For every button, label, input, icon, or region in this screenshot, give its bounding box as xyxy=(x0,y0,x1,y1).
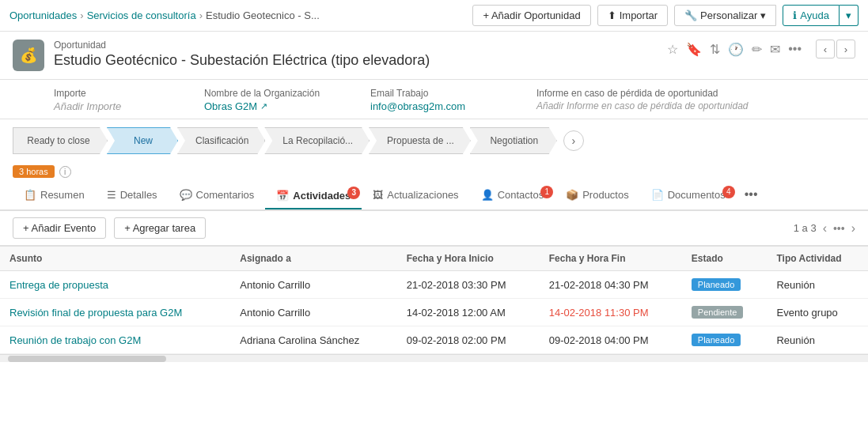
row3-estado-badge: Planeado xyxy=(692,334,741,346)
help-button[interactable]: ℹ Ayuda xyxy=(783,5,840,26)
row2-asunto: Revisión final de propuesta para G2M xyxy=(0,299,230,326)
productos-icon: 📦 xyxy=(566,189,578,201)
row1-asunto: Entrega de propuesta xyxy=(0,271,230,299)
tab-detalles[interactable]: ☰ Detalles xyxy=(96,183,169,209)
share-icon[interactable]: ⇅ xyxy=(710,42,720,57)
field-email-value[interactable]: info@obrasg2m.com xyxy=(370,100,513,112)
row2-fecha-fin: 14-02-2018 11:30 PM xyxy=(540,299,682,326)
chevron-down-icon-help: ▾ xyxy=(846,9,851,21)
bottom-scrollbar[interactable] xyxy=(0,354,868,362)
bookmark-icon[interactable]: 🔖 xyxy=(686,42,702,57)
stage-negotiation[interactable]: Negotiation xyxy=(470,127,557,154)
clock-icon[interactable]: 🕐 xyxy=(728,42,744,57)
row2-estado: Pendiente xyxy=(682,299,768,326)
row3-asunto-link[interactable]: Reunión de trabajo con G2M xyxy=(9,334,141,346)
row1-estado: Planeado xyxy=(682,271,768,299)
page-dots[interactable]: ••• xyxy=(833,222,845,235)
field-importe: Importe Añadir Importe xyxy=(54,88,180,112)
next-record-button[interactable]: › xyxy=(836,40,855,58)
import-button[interactable]: ⬆ Importar xyxy=(597,5,668,26)
tab-actualizaciones[interactable]: 🖼 Actualizaciones xyxy=(362,183,469,209)
resumen-icon: 📋 xyxy=(24,189,36,201)
record-icon: 💰 xyxy=(13,40,44,71)
field-info-value[interactable]: Añadir Informe en caso de pérdida de opo… xyxy=(536,100,749,111)
row2-estado-badge: Pendiente xyxy=(692,306,744,319)
star-icon[interactable]: ☆ xyxy=(667,42,678,57)
breadcrumb-root[interactable]: Oportunidades xyxy=(9,9,77,21)
table-row: Revisión final de propuesta para G2M Ant… xyxy=(0,299,868,326)
comentarios-icon: 💬 xyxy=(180,189,192,201)
actualizaciones-icon: 🖼 xyxy=(373,189,383,201)
timer-info-icon[interactable]: i xyxy=(59,166,71,178)
row3-estado: Planeado xyxy=(682,326,768,354)
field-organizacion: Nombre de la Organización Obras G2M ↗ xyxy=(204,88,347,112)
tab-resumen[interactable]: 📋 Resumen xyxy=(13,183,96,209)
row2-asunto-link[interactable]: Revisión final de propuesta para G2M xyxy=(9,307,182,319)
field-org-value[interactable]: Obras G2M xyxy=(204,100,257,112)
pagination-text: 1 a 3 xyxy=(794,222,817,234)
help-icon: ℹ xyxy=(793,9,797,21)
col-tipo: Tipo Actividad xyxy=(767,247,868,271)
external-link-icon[interactable]: ↗ xyxy=(260,101,267,111)
documentos-badge: 4 xyxy=(722,186,735,198)
add-task-button[interactable]: + Agregar tarea xyxy=(114,217,206,239)
field-email: Email Trabajo info@obrasg2m.com xyxy=(370,88,513,112)
prev-record-button[interactable]: ‹ xyxy=(816,40,835,58)
email-icon[interactable]: ✉ xyxy=(770,42,780,57)
table-row: Reunión de trabajo con G2M Adriana Carol… xyxy=(0,326,868,354)
activities-table: Asunto Asignado a Fecha y Hora Inicio Fe… xyxy=(0,246,868,354)
scrollbar-thumb[interactable] xyxy=(8,356,166,362)
tab-contactos[interactable]: 👤 Contactos 1 xyxy=(470,183,555,209)
row3-asignado: Adriana Carolina Sánchez xyxy=(230,326,396,354)
field-importe-label: Importe xyxy=(54,88,180,99)
row1-tipo: Reunión xyxy=(767,271,868,299)
col-fecha-fin: Fecha y Hora Fin xyxy=(540,247,682,271)
pagination-info: 1 a 3 ‹ ••• › xyxy=(794,221,855,236)
row1-asunto-link[interactable]: Entrega de propuesta xyxy=(9,279,108,291)
more-icon[interactable]: ••• xyxy=(788,42,802,56)
stage-new[interactable]: New ▼ xyxy=(107,127,178,154)
edit-icon[interactable]: ✏ xyxy=(752,42,762,57)
stage-propuesta[interactable]: Propuesta de ... xyxy=(369,127,471,154)
row1-estado-badge: Planeado xyxy=(692,278,741,291)
stage-clasificacion[interactable]: Clasificación xyxy=(177,127,265,154)
page-next-icon[interactable]: › xyxy=(851,221,855,236)
tab-more[interactable]: ••• xyxy=(737,181,766,209)
help-dropdown-button[interactable]: ▾ xyxy=(840,5,859,26)
breadcrumb-current: Estudio Geotecnico - S... xyxy=(206,9,320,21)
row1-fecha-fin: 21-02-2018 04:30 PM xyxy=(540,271,682,299)
tab-comentarios[interactable]: 💬 Comentarios xyxy=(169,183,266,209)
stage-next-button[interactable]: › xyxy=(563,130,584,151)
record-title: Estudio Geotécnico - Subestación Eléctri… xyxy=(54,52,658,69)
import-icon: ⬆ xyxy=(608,9,616,21)
table-row: Entrega de propuesta Antonio Carrillo 21… xyxy=(0,271,868,299)
row3-fecha-inicio: 09-02-2018 02:00 PM xyxy=(397,326,540,354)
tabs-bar: 📋 Resumen ☰ Detalles 💬 Comentarios 📅 Act… xyxy=(0,181,868,211)
pipeline-area: Ready to close New ▼ Clasificación La Re… xyxy=(0,119,868,178)
add-event-button[interactable]: + Añadir Evento xyxy=(13,217,106,239)
col-asunto: Asunto xyxy=(0,247,230,271)
field-importe-value[interactable]: Añadir Importe xyxy=(54,100,180,112)
row3-fecha-fin: 09-02-2018 04:00 PM xyxy=(540,326,682,354)
tab-documentos[interactable]: 📄 Documentos 4 xyxy=(640,183,737,209)
record-type-label: Oportunidad xyxy=(54,40,658,51)
page-prev-icon[interactable]: ‹ xyxy=(823,221,827,236)
breadcrumb-level1[interactable]: Servicios de consultoría xyxy=(87,9,196,21)
row1-fecha-inicio: 21-02-2018 03:30 PM xyxy=(397,271,540,299)
stage-ready[interactable]: Ready to close xyxy=(13,127,108,154)
field-org-label: Nombre de la Organización xyxy=(204,88,347,99)
actividades-icon: 📅 xyxy=(276,190,289,202)
stage-recopilacion[interactable]: La Recopilació... xyxy=(264,127,370,154)
wrench-icon: 🔧 xyxy=(684,9,697,21)
nav-arrows: ‹ › xyxy=(816,40,855,58)
customize-button[interactable]: 🔧 Personalizar ▾ xyxy=(674,5,776,26)
tab-actividades[interactable]: 📅 Actividades 3 xyxy=(265,183,362,209)
tab-productos[interactable]: 📦 Productos xyxy=(555,183,640,209)
active-stage-arrow: ▼ xyxy=(138,153,147,164)
field-infoperdida: Informe en caso de pérdida de oportunida… xyxy=(536,88,749,112)
documentos-icon: 📄 xyxy=(651,189,664,201)
breadcrumb-sep1: › xyxy=(80,9,83,21)
row3-tipo: Reunión xyxy=(767,326,868,354)
add-opportunity-button[interactable]: + Añadir Oportunidad xyxy=(472,5,590,26)
breadcrumb-sep2: › xyxy=(199,9,203,21)
